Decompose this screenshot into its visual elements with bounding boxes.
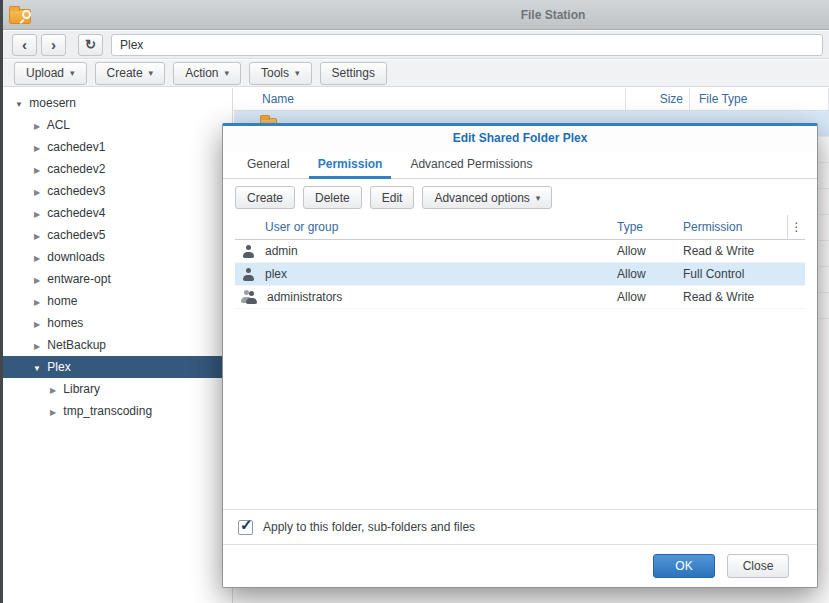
table-row[interactable]: admin Allow Read & Write	[235, 240, 805, 263]
tools-button[interactable]: Tools ▾	[249, 62, 312, 85]
chevron-right-icon: ▶	[46, 380, 60, 402]
dialog-title: Edit Shared Folder Plex	[223, 126, 817, 151]
ok-button[interactable]: OK	[653, 554, 715, 578]
tab-general[interactable]: General	[233, 151, 304, 178]
forward-button[interactable]: ›	[41, 34, 66, 56]
sidebar-item-label: Plex	[47, 360, 70, 374]
sidebar-item-entware-opt[interactable]: ▶ entware-opt	[0, 268, 232, 290]
chevron-right-icon: ▶	[30, 226, 44, 248]
delete-permission-button[interactable]: Delete	[303, 186, 362, 209]
sidebar-item-cachedev5[interactable]: ▶ cachedev5	[0, 224, 232, 246]
chevron-right-icon: ▶	[30, 160, 44, 182]
sidebar-item-label: Library	[63, 382, 100, 396]
permission-table: User or group Type Permission ⋮ admin Al…	[235, 215, 805, 309]
table-row[interactable]: administrators Allow Read & Write	[235, 286, 805, 309]
tab-advanced-permissions[interactable]: Advanced Permissions	[396, 151, 546, 178]
sidebar-item-netbackup[interactable]: ▶ NetBackup	[0, 334, 232, 356]
action-button[interactable]: Action ▾	[173, 62, 241, 85]
permission-table-header: User or group Type Permission ⋮	[235, 215, 805, 240]
permission-value: Full Control	[683, 267, 787, 281]
sidebar-item-label: cachedev5	[47, 228, 105, 242]
create-permission-button[interactable]: Create	[235, 186, 295, 209]
sidebar-item-plex[interactable]: ▼ Plex	[0, 356, 232, 378]
edit-permission-label: Edit	[382, 191, 403, 205]
sidebar-item-label: cachedev1	[47, 140, 105, 154]
sidebar-item-label: cachedev3	[47, 184, 105, 198]
sidebar-item-label: home	[47, 294, 77, 308]
column-header-size[interactable]: Size	[625, 88, 689, 110]
chevron-right-icon: ▶	[46, 402, 60, 424]
sidebar-item-label: cachedev4	[47, 206, 105, 220]
file-list-header: Name Size File Type	[234, 88, 829, 111]
chevron-right-icon: ▶	[30, 314, 44, 336]
tools-button-label: Tools	[261, 66, 289, 80]
user-icon	[241, 267, 256, 281]
column-header-name[interactable]: Name	[234, 92, 625, 106]
window-edge	[0, 0, 3, 603]
sidebar-item-cachedev2[interactable]: ▶ cachedev2	[0, 158, 232, 180]
chevron-right-icon: ▶	[30, 270, 44, 292]
titlebar: File Station	[0, 0, 829, 30]
sidebar-item-library[interactable]: ▶ Library	[0, 378, 232, 400]
apply-checkbox-row: ✓ Apply to this folder, sub-folders and …	[223, 509, 817, 545]
column-header-type[interactable]: Type	[617, 220, 683, 234]
create-button[interactable]: Create ▾	[95, 62, 166, 85]
caret-down-icon: ▾	[536, 193, 541, 203]
advanced-options-button[interactable]: Advanced options ▾	[422, 186, 552, 209]
edit-permission-button[interactable]: Edit	[370, 186, 415, 209]
magnifier-icon	[22, 10, 31, 19]
file-station-app-icon[interactable]	[9, 5, 34, 25]
chevron-down-icon: ▼	[12, 94, 26, 116]
permission-value: Read & Write	[683, 290, 787, 304]
sidebar-item-label: NetBackup	[47, 338, 106, 352]
sidebar-item-cachedev4[interactable]: ▶ cachedev4	[0, 202, 232, 224]
table-row[interactable]: plex Allow Full Control	[235, 263, 805, 286]
back-icon: ‹	[22, 37, 27, 52]
chevron-right-icon: ▶	[30, 336, 44, 358]
chevron-right-icon: ▶	[30, 292, 44, 314]
sidebar-item-label: homes	[47, 316, 83, 330]
action-button-label: Action	[185, 66, 218, 80]
forward-icon: ›	[51, 37, 56, 52]
sidebar-item-acl[interactable]: ▶ ACL	[0, 114, 232, 136]
back-button[interactable]: ‹	[12, 34, 37, 56]
tab-permission[interactable]: Permission	[304, 151, 397, 178]
column-header-file-type[interactable]: File Type	[689, 88, 829, 110]
upload-button[interactable]: Upload ▾	[14, 62, 87, 85]
caret-down-icon: ▾	[70, 68, 75, 78]
column-header-user-or-group[interactable]: User or group	[235, 220, 617, 234]
advanced-options-label: Advanced options	[434, 191, 529, 205]
column-header-permission[interactable]: Permission	[683, 220, 787, 234]
caret-down-icon: ▾	[295, 68, 300, 78]
sidebar-item-tmp-transcoding[interactable]: ▶ tmp_transcoding	[0, 400, 232, 422]
sidebar-item-home[interactable]: ▶ home	[0, 290, 232, 312]
chevron-right-icon: ▶	[30, 204, 44, 226]
dialog-footer: OK Close	[223, 545, 817, 587]
refresh-button[interactable]: ↻	[78, 34, 103, 56]
close-button[interactable]: Close	[727, 554, 789, 578]
column-options-icon[interactable]: ⋮	[787, 215, 805, 239]
window-title: File Station	[498, 0, 608, 30]
sidebar-item-label: ACL	[47, 118, 70, 132]
chevron-right-icon: ▶	[30, 116, 44, 138]
settings-button[interactable]: Settings	[320, 62, 387, 85]
sidebar-item-label: entware-opt	[47, 272, 110, 286]
path-input[interactable]	[111, 34, 823, 56]
caret-down-icon: ▾	[149, 68, 154, 78]
chevron-right-icon: ▶	[30, 182, 44, 204]
sidebar-item-homes[interactable]: ▶ homes	[0, 312, 232, 334]
sidebar-item-label: downloads	[47, 250, 104, 264]
sidebar-item-cachedev3[interactable]: ▶ cachedev3	[0, 180, 232, 202]
sidebar-item-moesern[interactable]: ▼ moesern	[0, 92, 232, 114]
apply-checkbox[interactable]: ✓	[238, 520, 253, 535]
main-toolbar: Upload ▾ Create ▾ Action ▾ Tools ▾ Setti…	[0, 60, 829, 87]
chevron-right-icon: ▶	[30, 138, 44, 160]
user-name: plex	[265, 267, 287, 281]
sidebar-item-downloads[interactable]: ▶ downloads	[0, 246, 232, 268]
dialog-toolbar: Create Delete Edit Advanced options ▾	[223, 179, 817, 215]
permission-type: Allow	[617, 290, 683, 304]
sidebar-item-cachedev1[interactable]: ▶ cachedev1	[0, 136, 232, 158]
settings-button-label: Settings	[332, 66, 375, 80]
chevron-down-icon: ▼	[30, 358, 44, 380]
file-station-window: File Station ‹ › ↻ Upload ▾ Create ▾ Act…	[0, 0, 829, 603]
